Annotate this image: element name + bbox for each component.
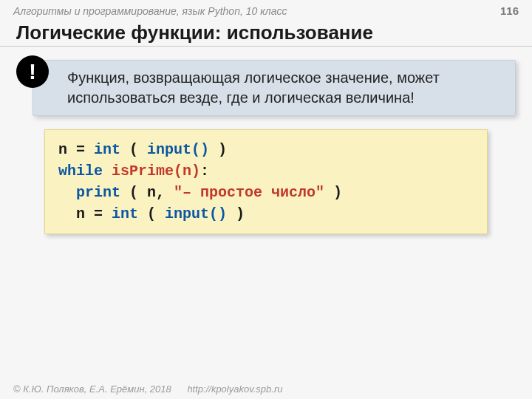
exclamation-icon: ! — [16, 55, 49, 88]
footer-url: http://kpolyakov.spb.ru — [187, 383, 282, 395]
code-text: ) — [209, 141, 227, 158]
code-keyword-input: input() — [165, 205, 227, 222]
code-fn-isprime: isPrime(n) — [112, 163, 200, 180]
code-keyword-while: while — [58, 163, 103, 180]
callout: ! Функция, возвращающая логическое значе… — [33, 60, 516, 116]
code-text: : — [200, 163, 209, 180]
slide-header: Алгоритмы и программирование, язык Pytho… — [0, 0, 532, 17]
code-text: ( n, — [120, 184, 174, 201]
code-string: "– простое число" — [174, 184, 324, 201]
slide-footer: © К.Ю. Поляков, Е.А. Ерёмин, 2018 http:/… — [13, 383, 282, 395]
callout-text: Функция, возвращающая логическое значени… — [33, 60, 516, 116]
code-keyword-print: print — [76, 184, 120, 201]
code-keyword-int: int — [94, 141, 120, 158]
code-keyword-int: int — [112, 205, 138, 222]
code-indent — [58, 184, 76, 201]
code-text: ) — [227, 205, 245, 222]
code-text: n = — [58, 141, 94, 158]
page-title: Логические функции: использование — [0, 17, 532, 47]
code-text: n = — [76, 205, 112, 222]
code-text: ( — [120, 141, 147, 158]
code-block: n = int ( input() ) while isPrime(n): pr… — [44, 129, 488, 234]
code-indent — [58, 205, 76, 222]
code-text: ) — [324, 184, 342, 201]
page-number: 116 — [500, 4, 519, 17]
code-keyword-input: input() — [147, 141, 209, 158]
course-label: Алгоритмы и программирование, язык Pytho… — [13, 5, 287, 17]
code-text: ( — [138, 205, 165, 222]
code-text — [103, 163, 112, 180]
copyright: © К.Ю. Поляков, Е.А. Ерёмин, 2018 — [13, 383, 171, 395]
